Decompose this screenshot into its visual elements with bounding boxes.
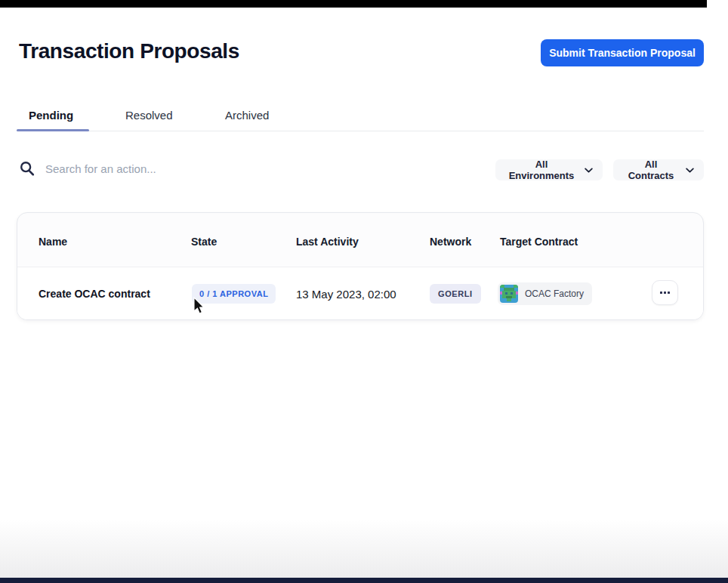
proposal-name: Create OCAC contract xyxy=(39,267,150,320)
approval-state-badge: 0 / 1 APPROVAL xyxy=(192,284,276,304)
ellipsis-icon xyxy=(660,292,662,294)
transaction-proposals-page: Transaction Proposals Submit Transaction… xyxy=(0,0,728,583)
row-actions-menu-button[interactable] xyxy=(652,280,678,305)
column-header-name: Name xyxy=(39,236,67,248)
submit-transaction-proposal-button[interactable]: Submit Transaction Proposal xyxy=(541,39,704,66)
contracts-filter-dropdown[interactable]: All Contracts xyxy=(613,159,704,180)
tab-pending[interactable]: Pending xyxy=(29,109,73,122)
target-contract-chip[interactable]: OCAC Factory xyxy=(498,282,592,305)
column-header-state: State xyxy=(191,236,217,248)
page-title: Transaction Proposals xyxy=(19,39,239,63)
contracts-filter-label: All Contracts xyxy=(623,159,679,181)
letterbox-top-bar xyxy=(0,0,707,8)
network-badge: GOERLI xyxy=(430,284,481,304)
environments-filter-label: All Environments xyxy=(505,159,578,181)
tab-resolved[interactable]: Resolved xyxy=(125,109,173,122)
column-header-network: Network xyxy=(430,236,471,248)
tab-archived[interactable]: Archived xyxy=(225,109,269,122)
column-header-target-contract: Target Contract xyxy=(500,236,578,248)
chevron-down-icon xyxy=(585,168,593,173)
identicon-avatar xyxy=(500,285,518,303)
target-contract-name: OCAC Factory xyxy=(525,288,584,299)
chevron-down-icon xyxy=(686,168,694,173)
proposals-table-card: Name State Last Activity Network Target … xyxy=(17,212,704,320)
last-activity-timestamp: 13 May 2023, 02:00 xyxy=(296,267,396,320)
column-header-last-activity: Last Activity xyxy=(296,236,359,248)
search-icon xyxy=(19,160,35,177)
bottom-gradient xyxy=(0,520,728,578)
active-tab-indicator xyxy=(17,129,89,131)
proposal-table-row[interactable]: Create OCAC contract 0 / 1 APPROVAL 13 M… xyxy=(17,267,703,319)
search-input[interactable] xyxy=(45,158,362,179)
tabs-divider xyxy=(17,131,704,131)
environments-filter-dropdown[interactable]: All Environments xyxy=(495,159,603,180)
letterbox-bottom-bar xyxy=(0,578,728,583)
